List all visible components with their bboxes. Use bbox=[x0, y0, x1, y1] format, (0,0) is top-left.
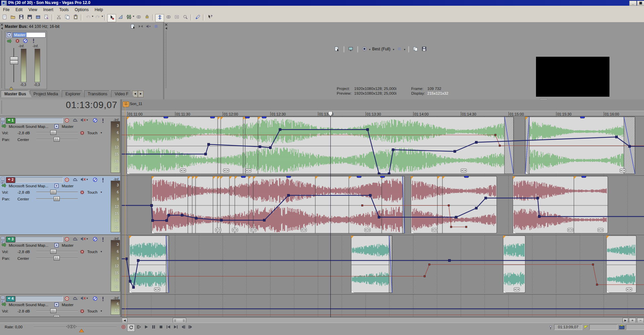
bus-routing-button[interactable] bbox=[54, 243, 59, 248]
volume-slider[interactable] bbox=[36, 130, 78, 134]
master-route-button[interactable] bbox=[6, 32, 12, 38]
downmix-output-icon[interactable] bbox=[137, 24, 144, 30]
normal-edit-tool-button[interactable] bbox=[107, 14, 116, 22]
panel-grip[interactable] bbox=[166, 31, 166, 88]
tab-explorer[interactable]: Explorer bbox=[62, 90, 86, 97]
automation-gear-icon[interactable] bbox=[80, 309, 85, 314]
bus-properties-icon[interactable] bbox=[129, 24, 136, 30]
undo-dropdown-icon[interactable]: ▾ bbox=[92, 15, 93, 18]
go-to-end-button[interactable] bbox=[172, 324, 179, 331]
restore-button[interactable]: ▣ bbox=[637, 1, 644, 6]
cursor-time-field[interactable]: 01:13:09,07 bbox=[554, 324, 582, 330]
play-button[interactable] bbox=[143, 324, 150, 331]
bus-routing-button[interactable] bbox=[54, 302, 59, 307]
track-header[interactable]: 4 ▾ -Inf. Microsoft Sound Map... Master … bbox=[0, 295, 120, 317]
track-envelope-button[interactable] bbox=[72, 118, 78, 123]
bus-name[interactable]: Master bbox=[62, 243, 73, 247]
selection-edit-tool-button[interactable] bbox=[125, 14, 133, 21]
solo-button[interactable] bbox=[93, 177, 98, 183]
automation-dropdown-icon[interactable]: ▾ bbox=[101, 309, 102, 313]
copy-snapshot-icon[interactable] bbox=[412, 46, 419, 53]
phase-button[interactable] bbox=[102, 296, 104, 302]
pan-value[interactable]: Center bbox=[17, 197, 29, 201]
overlay-dropdown-icon[interactable]: ▾ bbox=[404, 48, 405, 51]
automation-mode[interactable]: Touch bbox=[87, 190, 98, 194]
arm-record-button[interactable] bbox=[64, 237, 69, 242]
video-properties-icon[interactable] bbox=[333, 46, 340, 53]
master-fader-thumb[interactable] bbox=[10, 57, 17, 64]
external-monitor-icon[interactable] bbox=[347, 46, 354, 53]
project-properties-button[interactable]: ? bbox=[25, 14, 34, 21]
menu-insert[interactable]: Insert bbox=[40, 6, 56, 12]
automation-dropdown-icon[interactable]: ▾ bbox=[101, 250, 102, 253]
lock-envelopes-button[interactable] bbox=[143, 14, 151, 21]
pan-slider[interactable] bbox=[36, 196, 78, 200]
volume-value[interactable]: -2,8 dB bbox=[17, 131, 30, 135]
horizontal-scrollbar[interactable]: ◀ ▶ + − bbox=[121, 317, 644, 323]
ignore-event-grouping-button[interactable] bbox=[135, 14, 143, 21]
bus-routing-button[interactable] bbox=[54, 184, 59, 189]
device-name[interactable]: Microsoft Sound Map... bbox=[9, 303, 48, 307]
solo-button[interactable] bbox=[93, 237, 98, 242]
menu-help[interactable]: Help bbox=[92, 6, 106, 12]
pin-icon[interactable] bbox=[549, 325, 552, 331]
volume-value[interactable]: -2,8 dB bbox=[17, 250, 30, 254]
close-panel-icon[interactable] bbox=[0, 23, 3, 26]
selection-edit-tool-dropdown-icon[interactable]: ▾ bbox=[133, 15, 134, 18]
automation-gear-icon[interactable] bbox=[14, 39, 21, 44]
copy-button[interactable] bbox=[63, 14, 71, 21]
track-lane-4[interactable] bbox=[121, 295, 644, 317]
track-number-box[interactable]: 2 bbox=[6, 177, 15, 183]
quality-dropdown-icon[interactable]: ▾ bbox=[393, 48, 394, 51]
quality-dropdown-icon[interactable]: ▾ bbox=[369, 48, 370, 51]
redo-dropdown-icon[interactable]: ▾ bbox=[102, 15, 103, 18]
step-forward-button[interactable] bbox=[187, 324, 194, 331]
envelope-edit-tool-button[interactable] bbox=[116, 14, 124, 21]
automation-gear-icon[interactable] bbox=[80, 190, 85, 195]
volume-value[interactable]: -2,8 dB bbox=[17, 190, 30, 194]
mute-button[interactable] bbox=[80, 237, 86, 242]
menu-file[interactable]: File bbox=[0, 6, 12, 12]
tab-master-bus[interactable]: Master Bus bbox=[1, 90, 32, 97]
automation-gear-icon[interactable] bbox=[80, 131, 85, 136]
minimize-button[interactable]: _ bbox=[629, 1, 637, 6]
menu-view[interactable]: View bbox=[25, 6, 40, 12]
header-lane-divider[interactable] bbox=[120, 99, 122, 317]
automation-mode[interactable]: Touch bbox=[87, 309, 98, 313]
bus-name[interactable]: Master bbox=[62, 184, 73, 188]
mute-solo-icon[interactable] bbox=[22, 38, 29, 44]
insert-fx-icon[interactable] bbox=[6, 39, 13, 44]
open-project-button[interactable] bbox=[9, 14, 17, 21]
arm-record-button[interactable] bbox=[64, 296, 69, 302]
track-lane-1[interactable] bbox=[121, 116, 644, 175]
mute-dropdown-icon[interactable]: ▾ bbox=[87, 178, 88, 181]
tab-video-f[interactable]: Video F bbox=[111, 90, 134, 97]
save-snapshot-icon[interactable] bbox=[420, 46, 428, 53]
step-back-button[interactable] bbox=[179, 324, 186, 331]
menu-tools[interactable]: Tools bbox=[56, 6, 72, 12]
bus-name[interactable]: Master bbox=[62, 125, 73, 129]
track-name-field[interactable] bbox=[15, 296, 63, 301]
track-envelope-button[interactable] bbox=[72, 237, 78, 242]
pan-slider[interactable] bbox=[36, 137, 78, 141]
menu-options[interactable]: Options bbox=[72, 6, 92, 12]
solo-button[interactable] bbox=[93, 296, 98, 302]
import-media-button[interactable] bbox=[34, 14, 42, 21]
phase-button[interactable] bbox=[102, 178, 104, 183]
device-name[interactable]: Microsoft Sound Map... bbox=[9, 125, 48, 129]
menu-edit[interactable]: Edit bbox=[12, 6, 25, 12]
arm-record-button[interactable] bbox=[64, 118, 69, 124]
marker-tab[interactable]: 11 bbox=[123, 101, 129, 107]
playhead-line[interactable] bbox=[330, 111, 331, 317]
track-lane-2[interactable] bbox=[121, 176, 644, 234]
track-header[interactable]: 2 ▾ -Inf. Microsoft Sound Map... Master … bbox=[0, 176, 120, 234]
volume-slider[interactable] bbox=[36, 190, 78, 194]
arm-record-button[interactable] bbox=[64, 177, 69, 183]
volume-value[interactable]: -2.8 dB bbox=[17, 309, 30, 313]
volume-slider[interactable] bbox=[36, 308, 78, 313]
track-name-field[interactable] bbox=[15, 118, 63, 123]
solo-button[interactable] bbox=[93, 118, 98, 124]
bus-routing-button[interactable] bbox=[54, 124, 59, 129]
selection-start-field[interactable] bbox=[589, 324, 618, 330]
pan-value[interactable]: Center bbox=[17, 256, 29, 260]
